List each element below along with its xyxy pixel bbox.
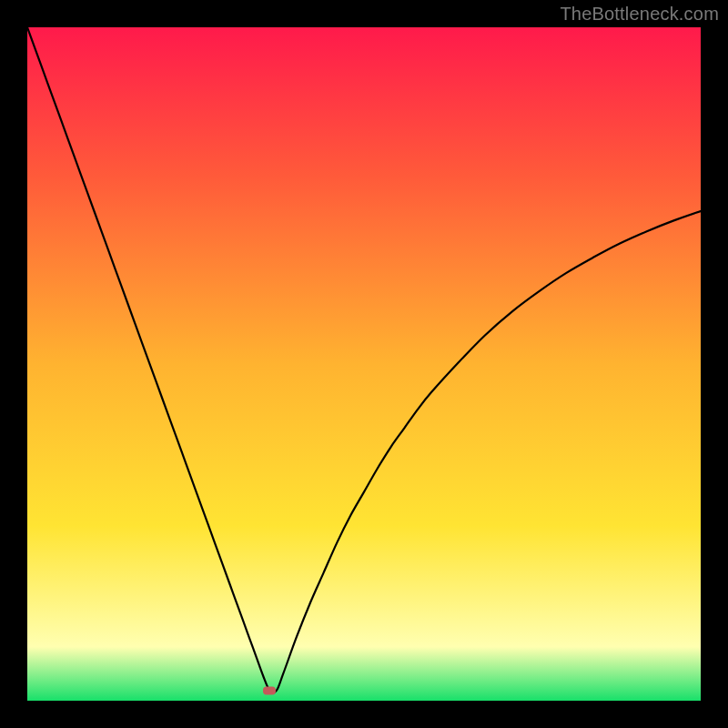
watermark-text: TheBottleneck.com (560, 4, 719, 25)
chart-stage: TheBottleneck.com (0, 0, 728, 728)
plot-svg (27, 27, 701, 701)
gradient-background (27, 27, 701, 701)
plot-area (27, 27, 701, 701)
minimum-marker (263, 686, 276, 694)
